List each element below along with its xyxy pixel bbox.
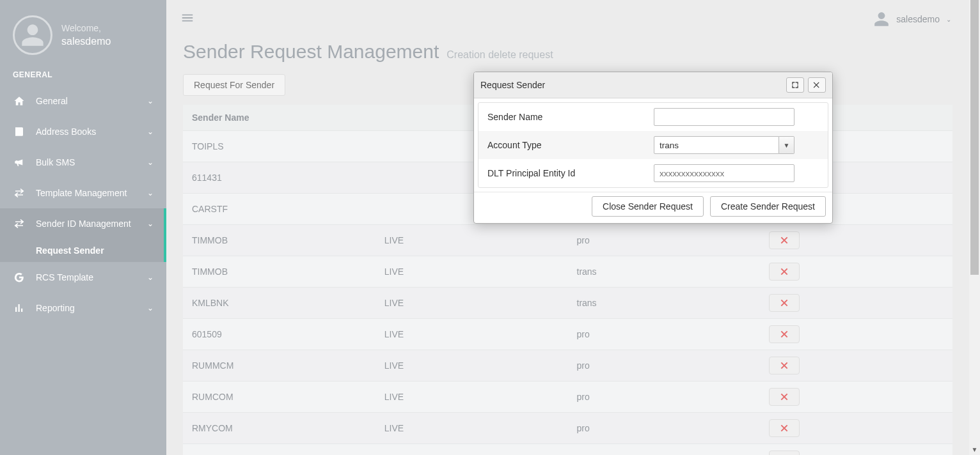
sidebar-item-label: General (36, 96, 68, 106)
cell-sender: TIMMOB (183, 256, 375, 288)
close-icon (779, 392, 789, 402)
close-icon (812, 81, 821, 89)
cell-sender: 601509 (183, 319, 375, 350)
close-button[interactable] (808, 77, 826, 93)
create-sender-request-button[interactable]: Create Sender Request (710, 196, 826, 217)
sidebar-item-general[interactable]: General ⌄ (0, 86, 166, 116)
table-row: TIMMOBLIVEtrans (183, 256, 952, 288)
sidebar-item-rcs-template[interactable]: RCS Template ⌄ (0, 262, 166, 293)
request-for-sender-button[interactable]: Request For Sender (183, 74, 285, 96)
cell-status: LIVE (375, 256, 568, 288)
dlt-label: DLT Principal Entity Id (487, 168, 654, 178)
cell-status: LIVE (375, 413, 568, 444)
megaphone-icon (13, 157, 26, 168)
close-icon (779, 423, 789, 433)
sidebar-subitem-request-sender[interactable]: Request Sender (0, 239, 166, 262)
delete-button[interactable] (769, 263, 800, 281)
account-type-select[interactable]: ▼ (654, 136, 794, 154)
cell-sender: RUMMCM (183, 350, 375, 382)
chevron-down-icon: ⌄ (147, 304, 154, 312)
close-icon (779, 360, 789, 371)
cell-action (760, 382, 952, 413)
sidebar-item-label: Bulk SMS (36, 157, 75, 167)
delete-button[interactable] (769, 357, 800, 374)
chevron-down-icon[interactable]: ▼ (779, 136, 794, 154)
chevron-down-icon: ⌄ (147, 219, 154, 228)
delete-button[interactable] (769, 419, 800, 437)
cell-type: pro (568, 413, 761, 444)
table-row: RUMMCMLIVEpro (183, 350, 952, 382)
maximize-icon (791, 81, 800, 89)
cell-status: LIVE (375, 288, 568, 319)
topbar-user-menu[interactable]: salesdemo ⌄ (873, 11, 951, 27)
sidebar: Welcome, salesdemo GENERAL General ⌄ Add… (0, 0, 166, 455)
hamburger-icon[interactable] (180, 11, 194, 27)
sidebar-username: salesdemo (61, 36, 111, 47)
delete-button[interactable] (769, 451, 800, 455)
exchange-icon (13, 218, 26, 229)
cell-sender: KMLBNK (183, 288, 375, 319)
chevron-down-icon: ⌄ (147, 273, 154, 282)
cell-type: trans (568, 288, 761, 319)
delete-button[interactable] (769, 231, 800, 249)
scroll-down-icon[interactable]: ▼ (969, 444, 980, 455)
avatar (13, 15, 52, 55)
delete-button[interactable] (769, 388, 800, 406)
close-sender-request-button[interactable]: Close Sender Request (592, 196, 704, 217)
cell-sender: RUMCOM (183, 382, 375, 413)
sidebar-item-bulk-sms[interactable]: Bulk SMS ⌄ (0, 147, 166, 178)
modal-title: Request Sender (480, 80, 545, 90)
sidebar-user-block: Welcome, salesdemo (0, 9, 166, 66)
sidebar-item-label: Reporting (36, 303, 75, 313)
page-title: Sender Request Management (183, 41, 439, 63)
exchange-icon (13, 187, 26, 199)
cell-sender: RMYCOM (183, 413, 375, 444)
sidebar-item-label: Template Management (36, 188, 127, 198)
cell-action (760, 319, 952, 350)
page-scrollbar[interactable]: ▲ ▼ (969, 0, 980, 455)
cell-sender: 611431 (183, 162, 375, 194)
sidebar-item-reporting[interactable]: Reporting ⌄ (0, 293, 166, 323)
sender-name-input[interactable] (654, 108, 794, 126)
user-icon (873, 11, 890, 27)
scrollbar-thumb[interactable] (970, 0, 979, 275)
topbar: salesdemo ⌄ (166, 0, 969, 38)
sidebar-item-sender-id-management[interactable]: Sender ID Management ⌄ (0, 208, 166, 239)
chevron-down-icon: ⌄ (147, 96, 154, 105)
page-subtitle: Creation delete request (447, 49, 553, 61)
home-icon (13, 95, 26, 107)
sidebar-item-label: Address Books (36, 127, 96, 137)
cell-type: pro (568, 225, 761, 256)
table-row: RMYCOMLIVEpro (183, 413, 952, 444)
cell-action (760, 413, 952, 444)
cell-action (760, 350, 952, 382)
page-title-group: Sender Request Management Creation delet… (183, 41, 952, 63)
chevron-down-icon: ⌄ (147, 189, 154, 197)
cell-type: pro (568, 444, 761, 456)
delete-button[interactable] (769, 325, 800, 343)
cell-status: LIVE (375, 319, 568, 350)
sidebar-item-label: RCS Template (36, 272, 93, 282)
delete-button[interactable] (769, 294, 800, 312)
cell-type: pro (568, 350, 761, 382)
cell-status: LIVE (375, 225, 568, 256)
cell-action (760, 288, 952, 319)
maximize-button[interactable] (786, 77, 804, 93)
bar-chart-icon (13, 302, 26, 314)
cell-type: pro (568, 319, 761, 350)
dlt-input[interactable] (654, 164, 794, 182)
cell-status: LIVE (375, 444, 568, 456)
chevron-down-icon: ⌄ (147, 158, 154, 167)
sidebar-item-address-books[interactable]: Address Books ⌄ (0, 116, 166, 147)
sender-name-label: Sender Name (487, 112, 654, 122)
cell-sender: CARSTF (183, 194, 375, 225)
sidebar-item-template-management[interactable]: Template Management ⌄ (0, 178, 166, 208)
cell-action (760, 225, 952, 256)
table-row: RUMCOMLIVEpro (183, 382, 952, 413)
cell-sender: TIMMOB (183, 225, 375, 256)
cell-sender: RMMCOM (183, 444, 375, 456)
close-icon (779, 235, 789, 245)
cell-type: trans (568, 256, 761, 288)
cell-sender: TOIPLS (183, 131, 375, 162)
account-type-value[interactable] (654, 136, 779, 154)
